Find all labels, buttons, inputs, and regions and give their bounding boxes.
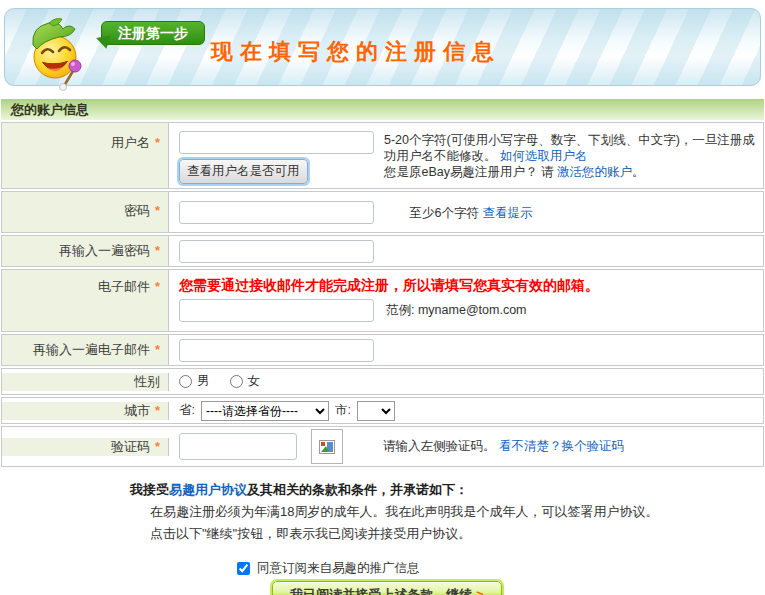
password-label-cell: 密码* [2, 192, 169, 232]
broken-image-icon [319, 440, 335, 454]
username-help: 5-20个字符(可使用小写字母、数字、下划线、中文字)，一旦注册成功用户名不能修… [384, 131, 763, 188]
username-input[interactable] [179, 131, 374, 154]
form-row-city: 城市* 省: ----请选择省份---- 市: [1, 397, 764, 424]
section-title: 您的账户信息 [11, 102, 89, 117]
agreement-line1-suffix: 及其相关的条款和条件，并承诺如下： [247, 482, 468, 497]
city-select-label: 市: [335, 402, 351, 419]
form-row-password: 密码* 至少6个字符 查看提示 [1, 191, 764, 233]
page-header: 注册第一步 现在填写您的注册信息 [4, 8, 761, 86]
mascot-icon [29, 15, 85, 91]
email-label-cell: 电子邮件* [2, 270, 169, 331]
password-label: 密码 [124, 203, 150, 218]
required-asterisk: * [155, 342, 160, 357]
ebay-user-suffix: 。 [632, 165, 645, 179]
agreement-line1: 我接受易趣用户协议及其相关的条款和条件，并承诺如下： [130, 479, 765, 501]
gender-male-label: 男 [197, 373, 210, 390]
captcha-label: 验证码 [111, 439, 150, 454]
required-asterisk: * [155, 203, 160, 218]
gender-female-radio[interactable] [230, 375, 243, 388]
subscribe-label: 同意订阅来自易趣的推广信息 [257, 560, 420, 577]
registration-page: 注册第一步 现在填写您的注册信息 您的账户信息 用户名* 查看用户名是否可用 5… [0, 8, 765, 595]
refresh-captcha-link[interactable]: 看不清楚？换个验证码 [499, 439, 624, 453]
email-example: 范例: myname@tom.com [386, 302, 527, 319]
password-confirm-label: 再输入一遍密码 [59, 243, 150, 258]
city-select[interactable] [357, 401, 395, 421]
gender-label-cell: 性别 [2, 373, 169, 391]
city-label-cell: 城市* [2, 402, 169, 420]
subscribe-checkbox[interactable] [237, 562, 250, 575]
required-asterisk: * [155, 279, 160, 294]
check-username-button[interactable]: 查看用户名是否可用 [179, 159, 308, 184]
email-confirm-label: 再输入一遍电子邮件 [33, 342, 150, 357]
section-header: 您的账户信息 [1, 99, 764, 120]
agreement-line1-prefix: 我接受 [130, 482, 169, 497]
email-warning-text: 您需要通过接收邮件才能完成注册，所以请填写您真实有效的邮箱。 [179, 275, 763, 295]
form-row-captcha: 验证码* 请输入左侧验证码。 看不清楚？换个验证码 [1, 426, 764, 467]
agreement-block: 我接受易趣用户协议及其相关的条款和条件，并承诺如下： 在易趣注册必须为年满18周… [130, 479, 765, 545]
user-agreement-link[interactable]: 易趣用户协议 [169, 482, 247, 497]
password-hint: 至少6个字符 [409, 206, 478, 220]
username-label-cell: 用户名* [2, 123, 169, 188]
how-to-choose-username-link[interactable]: 如何选取用户名 [500, 149, 588, 163]
form-row-email-confirm: 再输入一遍电子邮件* [1, 334, 764, 366]
password-confirm-label-cell: 再输入一遍密码* [2, 236, 169, 266]
form-row-username: 用户名* 查看用户名是否可用 5-20个字符(可使用小写字母、数字、下划线、中文… [1, 122, 764, 189]
province-select[interactable]: ----请选择省份---- [201, 401, 329, 421]
email-input[interactable] [179, 299, 374, 322]
agreement-line3: 点击以下"继续"按钮，即表示我已阅读并接受用户协议。 [150, 523, 765, 545]
step-badge-label: 注册第一步 [118, 25, 188, 41]
province-select-label: 省: [179, 402, 195, 419]
required-asterisk: * [155, 439, 160, 454]
form-row-email: 电子邮件* 您需要通过接收邮件才能完成注册，所以请填写您真实有效的邮箱。 范例:… [1, 269, 764, 332]
email-confirm-input[interactable] [179, 339, 374, 362]
required-asterisk: * [155, 243, 160, 258]
gender-female-label: 女 [248, 373, 261, 390]
page-title: 现在填写您的注册信息 [211, 37, 501, 67]
captcha-hint: 请输入左侧验证码。 [383, 439, 496, 453]
password-tips-link[interactable]: 查看提示 [482, 206, 532, 220]
ebay-user-text: 您是原eBay易趣注册用户？ 请 [384, 165, 557, 179]
city-label: 城市 [124, 403, 150, 418]
captcha-input[interactable] [179, 433, 297, 460]
email-label: 电子邮件 [98, 279, 150, 294]
gender-male-radio[interactable] [179, 375, 192, 388]
continue-button[interactable]: 我已阅读并接受上述条款，继续> [272, 581, 502, 595]
username-label: 用户名 [111, 135, 150, 150]
continue-arrow: > [476, 587, 484, 595]
form-row-password-confirm: 再输入一遍密码* [1, 235, 764, 267]
gender-label: 性别 [134, 374, 160, 389]
form-row-gender: 性别 男 女 [1, 368, 764, 395]
registration-form: 用户名* 查看用户名是否可用 5-20个字符(可使用小写字母、数字、下划线、中文… [1, 122, 764, 467]
agreement-line2: 在易趣注册必须为年满18周岁的成年人。我在此声明我是个成年人，可以签署用户协议。 [150, 501, 765, 523]
captcha-label-cell: 验证码* [2, 438, 169, 456]
email-confirm-label-cell: 再输入一遍电子邮件* [2, 335, 169, 365]
subscribe-row: 同意订阅来自易趣的推广信息 [237, 560, 765, 576]
required-asterisk: * [155, 135, 160, 150]
continue-button-label: 我已阅读并接受上述条款，继续 [290, 587, 472, 595]
password-input[interactable] [179, 201, 374, 224]
activate-account-link[interactable]: 激活您的账户 [557, 165, 632, 179]
captcha-image-placeholder [311, 429, 343, 464]
step-badge: 注册第一步 [101, 21, 205, 45]
password-confirm-input[interactable] [179, 240, 374, 263]
required-asterisk: * [155, 403, 160, 418]
